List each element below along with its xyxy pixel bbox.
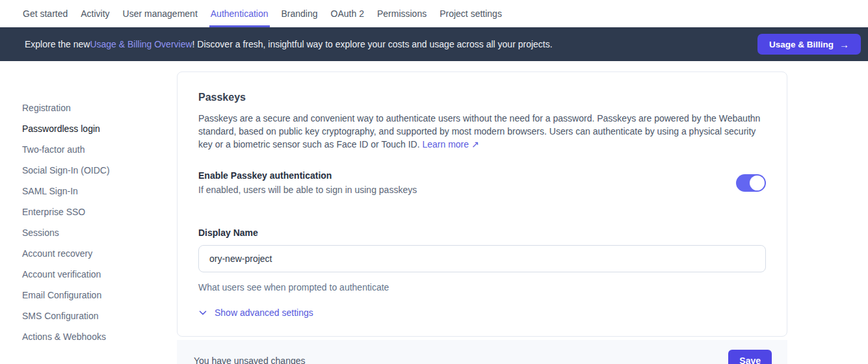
sidebar-item-two-factor-auth[interactable]: Two-factor auth — [22, 139, 177, 160]
banner-text-before: Explore the new — [25, 39, 90, 49]
save-button[interactable]: Save — [728, 350, 772, 364]
passkeys-description-text: Passkeys are a secure and convenient way… — [198, 113, 760, 150]
sidebar-item-passwordless-login[interactable]: Passwordless login — [22, 118, 177, 139]
enable-passkey-toggle[interactable] — [736, 174, 766, 192]
sidebar-item-account-recovery[interactable]: Account recovery — [22, 243, 177, 264]
tab-activity[interactable]: Activity — [81, 0, 109, 27]
sidebar-item-saml-sign-in[interactable]: SAML Sign-In — [22, 181, 177, 202]
usage-billing-overview-link[interactable]: Usage & Billing Overview — [90, 39, 192, 49]
chevron-down-icon — [198, 308, 207, 317]
passkeys-description: Passkeys are a secure and convenient way… — [198, 112, 766, 151]
usage-billing-banner: Explore the new Usage & Billing Overview… — [0, 27, 868, 61]
tab-user-management[interactable]: User management — [123, 0, 198, 27]
tab-project-settings[interactable]: Project settings — [440, 0, 502, 27]
enable-passkey-texts: Enable Passkey authentication If enabled… — [198, 170, 417, 195]
unsaved-changes-bar: You have unsaved changes Save — [177, 340, 787, 364]
main-panel: Passkeys Passkeys are a secure and conve… — [177, 61, 868, 364]
show-advanced-settings[interactable]: Show advanced settings — [198, 307, 766, 318]
sidebar-item-registration[interactable]: Registration — [22, 98, 177, 118]
sidebar-item-social-sign-in[interactable]: Social Sign-In (OIDC) — [22, 160, 177, 181]
tab-permissions[interactable]: Permissions — [377, 0, 427, 27]
usage-billing-button[interactable]: Usage & Billing → — [757, 34, 861, 55]
usage-billing-button-label: Usage & Billing — [769, 40, 834, 49]
learn-more-label: Learn more — [422, 139, 469, 150]
top-navigation: Get started Activity User management Aut… — [0, 0, 868, 27]
sidebar-item-sms-configuration[interactable]: SMS Configuration — [22, 306, 177, 326]
sidebar-item-sessions[interactable]: Sessions — [22, 222, 177, 243]
passkeys-card: Passkeys Passkeys are a secure and conve… — [177, 72, 787, 337]
enable-passkey-row: Enable Passkey authentication If enabled… — [198, 170, 766, 195]
settings-sidebar: Registration Passwordless login Two-fact… — [0, 61, 177, 364]
toggle-knob — [750, 176, 765, 190]
enable-passkey-label: Enable Passkey authentication — [198, 170, 417, 181]
sidebar-item-email-configuration[interactable]: Email Configuration — [22, 285, 177, 306]
page-title: Passkeys — [198, 92, 766, 103]
arrow-right-icon: → — [839, 39, 849, 50]
content-area: Registration Passwordless login Two-fact… — [0, 61, 868, 364]
learn-more-link[interactable]: Learn more ↗ — [422, 139, 479, 150]
display-name-label: Display Name — [198, 228, 766, 238]
show-advanced-settings-label: Show advanced settings — [215, 307, 313, 318]
tab-oauth2[interactable]: OAuth 2 — [331, 0, 364, 27]
enable-passkey-help: If enabled, users will be able to sign i… — [198, 185, 417, 195]
display-name-input[interactable] — [198, 245, 766, 272]
external-link-icon: ↗ — [471, 139, 479, 150]
tab-authentication[interactable]: Authentication — [211, 0, 269, 27]
sidebar-item-account-verification[interactable]: Account verification — [22, 264, 177, 285]
sidebar-item-enterprise-sso[interactable]: Enterprise SSO — [22, 202, 177, 222]
banner-text-after: ! Discover a fresh, insightful way to ex… — [192, 39, 553, 49]
tab-get-started[interactable]: Get started — [23, 0, 68, 27]
tab-branding[interactable]: Branding — [282, 0, 318, 27]
sidebar-item-actions-webhooks[interactable]: Actions & Webhooks — [22, 326, 177, 347]
display-name-section: Display Name What users see when prompte… — [198, 228, 766, 292]
unsaved-changes-status: You have unsaved changes — [194, 356, 306, 364]
display-name-help: What users see when prompted to authenti… — [198, 282, 766, 292]
